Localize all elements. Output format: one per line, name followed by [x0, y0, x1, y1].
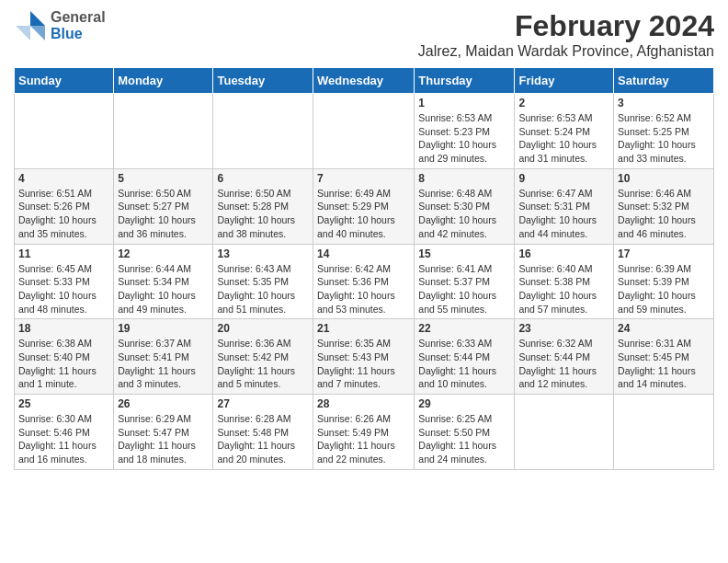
calendar-header-thursday: Thursday [415, 68, 515, 94]
calendar-day: 3Sunrise: 6:52 AM Sunset: 5:25 PM Daylig… [614, 94, 714, 169]
day-number: 14 [317, 247, 410, 260]
calendar-day: 13Sunrise: 6:43 AM Sunset: 5:35 PM Dayli… [213, 244, 313, 319]
day-number: 9 [518, 172, 609, 185]
calendar-day: 28Sunrise: 6:26 AM Sunset: 5:49 PM Dayli… [313, 395, 415, 470]
day-info: Sunrise: 6:31 AM Sunset: 5:45 PM Dayligh… [618, 337, 710, 391]
calendar-day: 4Sunrise: 6:51 AM Sunset: 5:26 PM Daylig… [15, 168, 114, 244]
calendar-day: 24Sunrise: 6:31 AM Sunset: 5:45 PM Dayli… [614, 319, 714, 395]
svg-marker-1 [30, 11, 45, 26]
calendar-day: 23Sunrise: 6:32 AM Sunset: 5:44 PM Dayli… [515, 319, 614, 395]
day-info: Sunrise: 6:32 AM Sunset: 5:44 PM Dayligh… [518, 337, 609, 391]
calendar-day: 19Sunrise: 6:37 AM Sunset: 5:41 PM Dayli… [114, 319, 213, 395]
header: General Blue February 2024 Jalrez, Maida… [14, 9, 714, 60]
calendar-table: SundayMondayTuesdayWednesdayThursdayFrid… [14, 67, 714, 470]
day-info: Sunrise: 6:43 AM Sunset: 5:35 PM Dayligh… [217, 262, 309, 316]
calendar-header-tuesday: Tuesday [213, 68, 313, 94]
day-info: Sunrise: 6:28 AM Sunset: 5:48 PM Dayligh… [217, 412, 309, 466]
calendar-week-4: 18Sunrise: 6:38 AM Sunset: 5:40 PM Dayli… [15, 319, 714, 395]
calendar-day: 25Sunrise: 6:30 AM Sunset: 5:46 PM Dayli… [15, 395, 114, 470]
calendar-day: 6Sunrise: 6:50 AM Sunset: 5:28 PM Daylig… [213, 168, 313, 244]
day-number: 19 [118, 322, 209, 335]
calendar-day: 16Sunrise: 6:40 AM Sunset: 5:38 PM Dayli… [515, 244, 614, 319]
day-info: Sunrise: 6:30 AM Sunset: 5:46 PM Dayligh… [18, 412, 109, 466]
day-info: Sunrise: 6:35 AM Sunset: 5:43 PM Dayligh… [317, 337, 410, 391]
day-number: 8 [418, 172, 510, 185]
calendar-header-monday: Monday [114, 68, 213, 94]
logo-general: General [51, 9, 106, 26]
day-number: 6 [217, 172, 309, 185]
calendar-header-friday: Friday [515, 68, 614, 94]
day-info: Sunrise: 6:33 AM Sunset: 5:44 PM Dayligh… [418, 337, 510, 391]
day-number: 22 [418, 322, 510, 335]
calendar-header-row: SundayMondayTuesdayWednesdayThursdayFrid… [15, 68, 714, 94]
day-info: Sunrise: 6:26 AM Sunset: 5:49 PM Dayligh… [317, 412, 410, 466]
day-info: Sunrise: 6:53 AM Sunset: 5:24 PM Dayligh… [518, 111, 609, 166]
day-info: Sunrise: 6:51 AM Sunset: 5:26 PM Dayligh… [18, 187, 109, 241]
day-number: 27 [217, 397, 309, 410]
calendar-header-saturday: Saturday [614, 68, 714, 94]
day-number: 5 [118, 172, 209, 185]
day-info: Sunrise: 6:36 AM Sunset: 5:42 PM Dayligh… [217, 337, 309, 391]
day-info: Sunrise: 6:38 AM Sunset: 5:40 PM Dayligh… [18, 337, 109, 391]
day-info: Sunrise: 6:52 AM Sunset: 5:25 PM Dayligh… [618, 111, 710, 166]
day-number: 7 [317, 172, 410, 185]
day-number: 11 [18, 247, 109, 260]
day-info: Sunrise: 6:41 AM Sunset: 5:37 PM Dayligh… [418, 262, 510, 316]
calendar-day: 22Sunrise: 6:33 AM Sunset: 5:44 PM Dayli… [415, 319, 515, 395]
calendar-day: 5Sunrise: 6:50 AM Sunset: 5:27 PM Daylig… [114, 168, 213, 244]
day-info: Sunrise: 6:50 AM Sunset: 5:27 PM Dayligh… [118, 187, 209, 241]
day-number: 2 [518, 97, 609, 109]
day-number: 25 [18, 397, 109, 410]
calendar-day [15, 94, 114, 169]
calendar-day: 20Sunrise: 6:36 AM Sunset: 5:42 PM Dayli… [213, 319, 313, 395]
calendar-day: 10Sunrise: 6:46 AM Sunset: 5:32 PM Dayli… [614, 168, 714, 244]
day-number: 29 [418, 397, 510, 410]
day-number: 17 [618, 247, 710, 260]
calendar-day: 21Sunrise: 6:35 AM Sunset: 5:43 PM Dayli… [313, 319, 415, 395]
day-info: Sunrise: 6:40 AM Sunset: 5:38 PM Dayligh… [518, 262, 609, 316]
day-info: Sunrise: 6:44 AM Sunset: 5:34 PM Dayligh… [118, 262, 209, 316]
day-info: Sunrise: 6:25 AM Sunset: 5:50 PM Dayligh… [418, 412, 510, 466]
calendar-day [114, 94, 213, 169]
day-info: Sunrise: 6:49 AM Sunset: 5:29 PM Dayligh… [317, 187, 410, 241]
day-number: 21 [317, 322, 410, 335]
title-section: February 2024 Jalrez, Maidan Wardak Prov… [418, 9, 714, 60]
day-number: 1 [418, 97, 510, 109]
day-number: 16 [518, 247, 609, 260]
svg-marker-3 [16, 26, 30, 40]
day-number: 13 [217, 247, 309, 260]
calendar-day: 17Sunrise: 6:39 AM Sunset: 5:39 PM Dayli… [614, 244, 714, 319]
calendar-day: 12Sunrise: 6:44 AM Sunset: 5:34 PM Dayli… [114, 244, 213, 319]
day-info: Sunrise: 6:53 AM Sunset: 5:23 PM Dayligh… [418, 111, 510, 166]
day-info: Sunrise: 6:39 AM Sunset: 5:39 PM Dayligh… [618, 262, 710, 316]
calendar-day: 8Sunrise: 6:48 AM Sunset: 5:30 PM Daylig… [415, 168, 515, 244]
calendar-header-sunday: Sunday [15, 68, 114, 94]
calendar-day: 1Sunrise: 6:53 AM Sunset: 5:23 PM Daylig… [415, 94, 515, 169]
calendar-day: 18Sunrise: 6:38 AM Sunset: 5:40 PM Dayli… [15, 319, 114, 395]
logo: General Blue [14, 9, 106, 42]
day-number: 26 [118, 397, 209, 410]
day-number: 15 [418, 247, 510, 260]
subtitle: Jalrez, Maidan Wardak Province, Afghanis… [418, 43, 714, 60]
day-number: 18 [18, 322, 109, 335]
calendar-day: 2Sunrise: 6:53 AM Sunset: 5:24 PM Daylig… [515, 94, 614, 169]
calendar-day: 14Sunrise: 6:42 AM Sunset: 5:36 PM Dayli… [313, 244, 415, 319]
calendar-day: 9Sunrise: 6:47 AM Sunset: 5:31 PM Daylig… [515, 168, 614, 244]
calendar-week-5: 25Sunrise: 6:30 AM Sunset: 5:46 PM Dayli… [15, 395, 714, 470]
calendar-day [614, 395, 714, 470]
calendar-day [213, 94, 313, 169]
calendar-week-1: 1Sunrise: 6:53 AM Sunset: 5:23 PM Daylig… [15, 94, 714, 169]
calendar-day [515, 395, 614, 470]
day-info: Sunrise: 6:42 AM Sunset: 5:36 PM Dayligh… [317, 262, 410, 316]
logo-blue: Blue [51, 26, 106, 42]
day-number: 20 [217, 322, 309, 335]
calendar-day: 26Sunrise: 6:29 AM Sunset: 5:47 PM Dayli… [114, 395, 213, 470]
page: General Blue February 2024 Jalrez, Maida… [0, 0, 728, 479]
calendar-week-2: 4Sunrise: 6:51 AM Sunset: 5:26 PM Daylig… [15, 168, 714, 244]
day-number: 3 [618, 97, 710, 109]
main-title: February 2024 [418, 9, 714, 43]
day-info: Sunrise: 6:29 AM Sunset: 5:47 PM Dayligh… [118, 412, 209, 466]
calendar-day: 29Sunrise: 6:25 AM Sunset: 5:50 PM Dayli… [415, 395, 515, 470]
day-info: Sunrise: 6:47 AM Sunset: 5:31 PM Dayligh… [518, 187, 609, 241]
day-number: 23 [518, 322, 609, 335]
